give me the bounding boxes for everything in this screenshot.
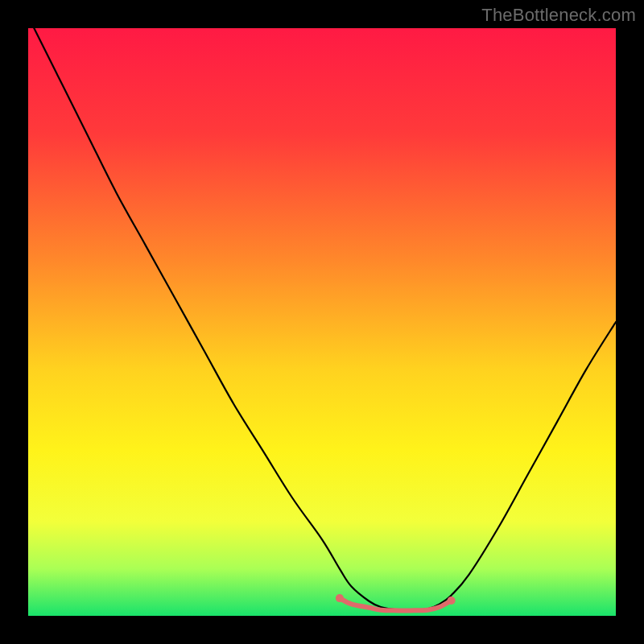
- gradient-bg: [28, 28, 616, 616]
- highlight-dot: [336, 594, 344, 602]
- highlight-dot: [448, 597, 456, 605]
- watermark-text: TheBottleneck.com: [481, 5, 636, 26]
- bottleneck-chart: [28, 28, 616, 616]
- chart-frame: [28, 28, 616, 616]
